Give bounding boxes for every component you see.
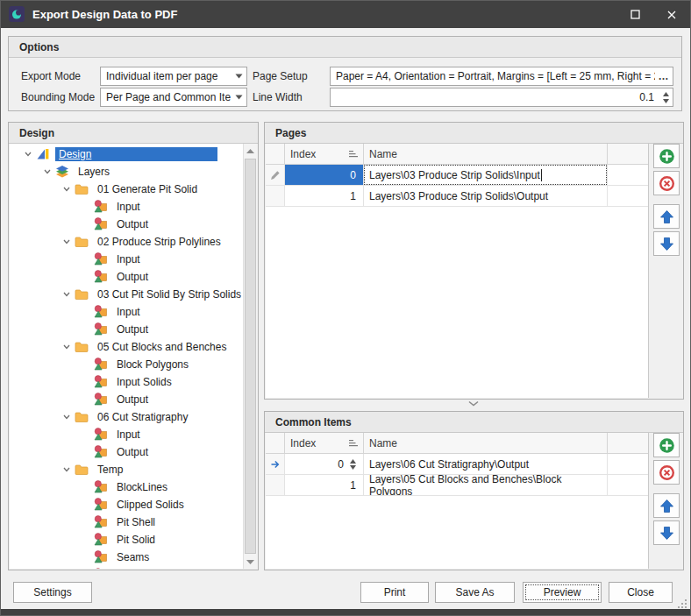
column-header-name[interactable]: Name bbox=[364, 433, 608, 453]
close-button[interactable]: Close bbox=[609, 582, 673, 603]
tree-item[interactable]: Output bbox=[10, 391, 242, 408]
tree-item-label: 06 Cut Stratigraphy bbox=[94, 410, 191, 424]
tree-expander-icon[interactable] bbox=[59, 181, 75, 198]
tree-item[interactable]: 03 Cut Pit Solid By Strip Solids bbox=[10, 286, 242, 303]
move-up-button[interactable] bbox=[653, 493, 680, 518]
name-edit-input[interactable]: Layers\03 Produce Strip Solids\Input bbox=[364, 165, 607, 185]
index-cell[interactable]: 1 bbox=[285, 475, 364, 495]
tree-item[interactable]: Pit Solid bbox=[10, 531, 242, 549]
tree-item[interactable]: Seams bbox=[10, 549, 242, 566]
geometry-item-icon bbox=[94, 200, 108, 214]
tree-item[interactable]: Solids bbox=[10, 566, 242, 569]
tree-item[interactable]: Input bbox=[10, 198, 242, 216]
delete-button[interactable] bbox=[653, 171, 680, 195]
page-setup-field[interactable]: Paper = A4, Orientation = Portrait, Marg… bbox=[330, 67, 673, 86]
tree-item[interactable]: Input bbox=[10, 251, 242, 268]
tree-expander-icon[interactable] bbox=[59, 233, 75, 251]
geometry-item-icon bbox=[94, 322, 108, 336]
add-button[interactable] bbox=[653, 144, 680, 168]
tree-item[interactable]: Temp bbox=[10, 461, 242, 478]
titlebar[interactable]: Export Design Data to PDF bbox=[1, 1, 690, 28]
tree-expander-spacer bbox=[78, 426, 94, 443]
tree-item[interactable]: 02 Produce Strip Polylines bbox=[10, 233, 242, 251]
tree-item-label: Temp bbox=[94, 463, 126, 477]
index-spinner[interactable] bbox=[350, 459, 356, 470]
bounding-mode-combobox[interactable]: Per Page and Common Items bbox=[100, 88, 247, 107]
print-button[interactable]: Print bbox=[360, 582, 429, 603]
maximize-button[interactable] bbox=[616, 1, 653, 28]
preview-button[interactable]: Preview bbox=[523, 582, 602, 603]
save-as-button[interactable]: Save As bbox=[435, 582, 515, 603]
tree-item[interactable]: 06 Cut Stratigraphy bbox=[10, 408, 242, 426]
tree-item[interactable]: 01 Generate Pit Solid bbox=[10, 181, 242, 198]
bounding-mode-label: Bounding Mode bbox=[21, 91, 95, 103]
tree-item[interactable]: Clipped Solids bbox=[10, 496, 242, 513]
tree-expander-icon[interactable] bbox=[20, 145, 36, 163]
close-window-button[interactable] bbox=[653, 1, 690, 28]
column-header-name[interactable]: Name bbox=[364, 144, 608, 164]
chevron-down-icon bbox=[231, 74, 246, 79]
column-header-index[interactable]: Index bbox=[285, 433, 364, 453]
settings-button[interactable]: Settings bbox=[13, 582, 92, 603]
export-mode-combobox[interactable]: Individual item per page bbox=[100, 67, 247, 86]
index-cell[interactable]: 0 bbox=[285, 454, 364, 474]
tree-item-label: Output bbox=[113, 270, 152, 284]
page-setup-label: Page Setup bbox=[253, 70, 308, 82]
move-down-button[interactable] bbox=[653, 520, 680, 545]
tree-item[interactable]: Layers bbox=[10, 163, 242, 181]
delete-icon bbox=[659, 464, 675, 481]
index-cell[interactable]: 1 bbox=[285, 186, 364, 206]
table-row[interactable]: 1Layers\03 Produce Strip Solids\Output bbox=[266, 186, 648, 207]
tree-scrollbar[interactable] bbox=[243, 144, 257, 569]
tree-item[interactable]: Block Polygons bbox=[10, 356, 242, 373]
scroll-up-icon[interactable] bbox=[244, 144, 257, 158]
index-value: 0 bbox=[350, 169, 356, 181]
tree-item[interactable]: Input Solids bbox=[10, 373, 242, 391]
scroll-down-icon[interactable] bbox=[244, 555, 257, 569]
tree-expander-icon[interactable] bbox=[39, 163, 55, 181]
tree-item[interactable]: BlockLines bbox=[10, 478, 242, 496]
table-row[interactable]: 0Layers\06 Cut Stratigraphy\Output bbox=[266, 454, 648, 475]
tree-item[interactable]: Input bbox=[10, 426, 242, 443]
tree-expander-icon[interactable] bbox=[59, 338, 75, 356]
tree-item[interactable]: Output bbox=[10, 443, 242, 461]
table-row[interactable]: 0Layers\03 Produce Strip Solids\Input bbox=[266, 165, 648, 186]
line-width-spinner[interactable] bbox=[659, 92, 673, 103]
page-setup-browse-button[interactable]: … bbox=[655, 70, 673, 82]
name-cell[interactable]: Layers\06 Cut Stratigraphy\Output bbox=[364, 454, 608, 474]
add-button[interactable] bbox=[653, 433, 680, 457]
row-indicator-cell bbox=[266, 454, 285, 474]
tree-item[interactable]: Output bbox=[10, 321, 242, 338]
move-up-button[interactable] bbox=[653, 204, 680, 229]
table-row[interactable]: 1Layers\05 Cut Blocks and Benches\Block … bbox=[266, 475, 648, 496]
tree-expander-icon[interactable] bbox=[59, 408, 75, 426]
geometry-item-icon bbox=[94, 568, 108, 569]
tree-item[interactable]: Input bbox=[10, 303, 242, 321]
line-width-field[interactable]: 0.1 bbox=[330, 88, 673, 107]
delete-button[interactable] bbox=[653, 460, 680, 485]
resize-grip-icon[interactable] bbox=[676, 598, 687, 609]
index-cell[interactable]: 0 bbox=[285, 165, 364, 185]
line-width-value: 0.1 bbox=[331, 91, 659, 103]
tree-item-label: 03 Cut Pit Solid By Strip Solids bbox=[94, 287, 242, 301]
tree-item[interactable]: Output bbox=[10, 268, 242, 286]
tree-item[interactable]: 05 Cut Blocks and Benches bbox=[10, 338, 242, 356]
tree-expander-icon[interactable] bbox=[59, 286, 75, 303]
move-down-button[interactable] bbox=[653, 231, 680, 256]
scrollbar-thumb[interactable] bbox=[245, 159, 256, 554]
tree-item[interactable]: Output bbox=[10, 216, 242, 233]
tree-item[interactable]: Design bbox=[10, 145, 242, 163]
name-cell[interactable]: Layers\03 Produce Strip Solids\Output bbox=[364, 186, 608, 206]
delete-icon bbox=[659, 175, 675, 192]
tree-expander-icon[interactable] bbox=[59, 461, 75, 478]
splitter-collapse-button[interactable] bbox=[467, 400, 480, 407]
name-cell[interactable]: Layers\05 Cut Blocks and Benches\Block P… bbox=[364, 475, 608, 495]
geometry-item-icon bbox=[94, 533, 108, 547]
tree-item-label: Pit Shell bbox=[113, 515, 159, 529]
tree-expander-spacer bbox=[78, 443, 94, 461]
column-header-index[interactable]: Index bbox=[285, 144, 364, 164]
tree-item[interactable]: Pit Shell bbox=[10, 513, 242, 531]
name-cell[interactable]: Layers\03 Produce Strip Solids\Input bbox=[364, 165, 608, 185]
options-group: Options Export Mode Individual item per … bbox=[8, 36, 682, 111]
spin-up-icon bbox=[663, 92, 669, 96]
